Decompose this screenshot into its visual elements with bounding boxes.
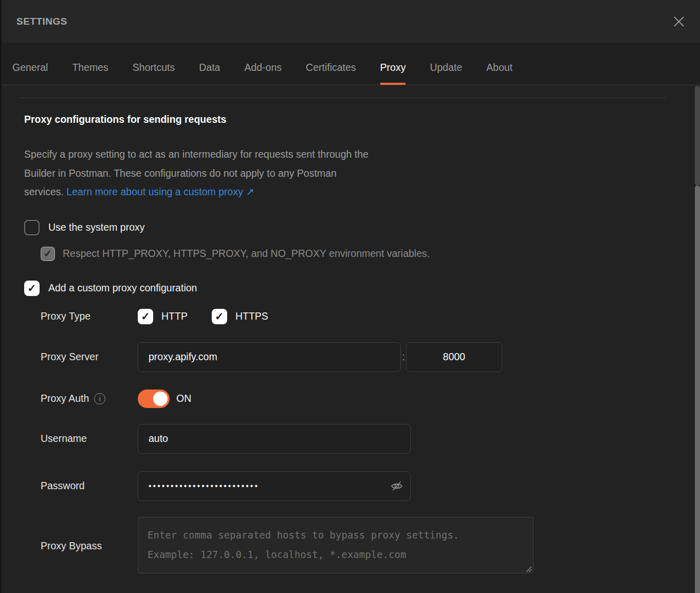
settings-tabbar: General Themes Shortcuts Data Add-ons Ce… [0, 43, 700, 85]
proxy-type-http-option: ✓ HTTP [138, 309, 188, 324]
proxy-bypass-row: Proxy Bypass [41, 517, 700, 576]
proxy-port-input[interactable] [406, 342, 502, 372]
proxy-type-row: Proxy Type ✓ HTTP ✓ HTTPS [41, 305, 700, 328]
username-row: Username [41, 424, 700, 454]
toggle-password-visibility-button[interactable] [390, 479, 403, 494]
info-icon[interactable]: i [94, 393, 105, 404]
use-system-proxy-checkbox[interactable] [24, 220, 40, 235]
tab-update[interactable]: Update [430, 50, 462, 85]
check-icon: ✓ [141, 311, 150, 322]
scrollbar-thumb[interactable] [695, 186, 700, 593]
check-icon: ✓ [44, 249, 52, 258]
proxy-auth-row: Proxy Authi ON [41, 387, 700, 410]
learn-more-link[interactable]: Learn more about using a custom proxy ↗ [66, 186, 254, 197]
custom-proxy-label: Add a custom proxy configuration [48, 282, 197, 294]
password-field-wrap [138, 471, 411, 501]
proxy-auth-state: ON [176, 393, 191, 404]
close-button[interactable] [671, 13, 687, 30]
section-heading: Proxy configurations for sending request… [24, 114, 700, 125]
password-input[interactable] [138, 471, 411, 501]
description-line: Builder in Postman. These configurations… [24, 168, 337, 179]
password-row: Password [41, 471, 700, 501]
custom-proxy-checkbox[interactable]: ✓ [24, 281, 40, 296]
https-checkbox[interactable]: ✓ [212, 309, 227, 324]
proxy-type-label: Proxy Type [41, 310, 138, 322]
dialog-title: SETTINGS [16, 16, 67, 27]
respect-env-row: ✓ Respect HTTP_PROXY, HTTPS_PROXY, and N… [41, 247, 700, 261]
resize-handle-icon[interactable] [525, 566, 532, 572]
check-icon: ✓ [215, 311, 224, 322]
proxy-settings-panel: Proxy configurations for sending request… [0, 98, 700, 576]
https-label: HTTPS [235, 310, 268, 322]
check-icon: ✓ [27, 283, 36, 293]
tab-about[interactable]: About [486, 50, 512, 85]
custom-proxy-row: ✓ Add a custom proxy configuration [24, 281, 700, 296]
use-system-proxy-label: Use the system proxy [48, 221, 144, 233]
proxy-bypass-label: Proxy Bypass [41, 540, 138, 552]
close-icon [672, 15, 686, 28]
respect-env-label: Respect HTTP_PROXY, HTTPS_PROXY, and NO_… [63, 248, 430, 260]
description-line: Specify a proxy setting to act as an int… [24, 149, 369, 160]
description-line: services. [24, 186, 64, 197]
host-port-separator: : [401, 351, 406, 363]
tab-shortcuts[interactable]: Shortcuts [133, 50, 175, 85]
eye-off-icon [390, 479, 403, 493]
settings-header: SETTINGS [0, 0, 700, 43]
password-label: Password [41, 480, 138, 492]
tab-certificates[interactable]: Certificates [306, 50, 356, 85]
tab-themes[interactable]: Themes [72, 50, 108, 85]
respect-env-checkbox: ✓ [41, 247, 55, 261]
proxy-server-row: Proxy Server : [41, 342, 700, 372]
window-edge [0, 0, 2, 593]
external-link-icon: ↗ [246, 186, 254, 197]
proxy-host-input[interactable] [138, 342, 401, 372]
proxy-auth-label: Proxy Authi [41, 393, 138, 404]
proxy-bypass-wrap [138, 517, 533, 576]
content-divider [19, 98, 666, 98]
proxy-server-label: Proxy Server [41, 351, 138, 363]
tab-data[interactable]: Data [199, 50, 220, 85]
section-description: Specify a proxy setting to act as an int… [24, 145, 487, 201]
proxy-bypass-textarea[interactable] [138, 517, 533, 573]
http-checkbox[interactable]: ✓ [138, 309, 153, 324]
proxy-type-https-option: ✓ HTTPS [212, 309, 268, 324]
toggle-knob [153, 392, 168, 406]
use-system-proxy-row: Use the system proxy [24, 220, 700, 235]
proxy-auth-toggle[interactable] [138, 390, 170, 408]
tab-proxy[interactable]: Proxy [380, 50, 406, 85]
scrollbar-segment-upper[interactable] [695, 86, 700, 186]
username-input[interactable] [138, 424, 411, 454]
tab-add-ons[interactable]: Add-ons [244, 50, 282, 85]
tab-general[interactable]: General [12, 50, 48, 85]
username-label: Username [41, 433, 138, 444]
http-label: HTTP [161, 310, 188, 322]
